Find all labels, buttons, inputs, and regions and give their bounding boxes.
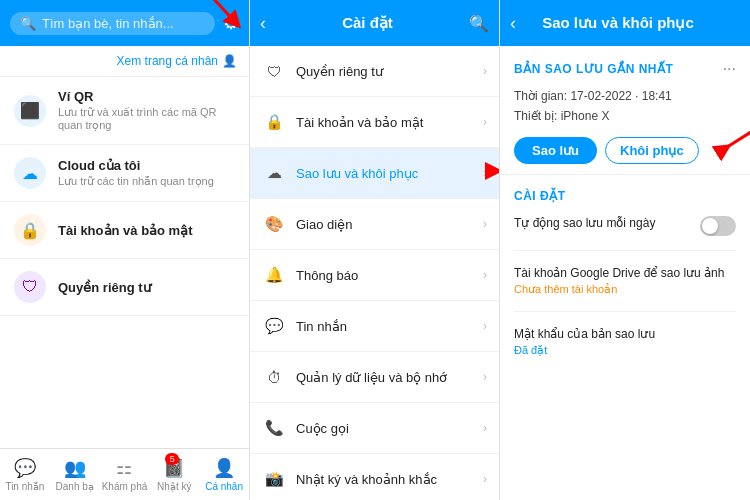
menu-subtitle-cloud: Lưu trữ các tin nhắn quan trọng <box>58 175 235 188</box>
settings-label-data: Quản lý dữ liệu và bộ nhớ <box>296 370 483 385</box>
settings-icon-interface: 🎨 <box>262 212 286 236</box>
right-header-title: Sao lưu và khôi phục <box>542 14 694 32</box>
menu-icon-account: 🔒 <box>14 214 46 246</box>
left-menu: ⬛ Ví QR Lưu trữ và xuất trình các mã QR … <box>0 77 249 316</box>
menu-text-cloud: Cloud của tôi Lưu trữ các tin nhắn quan … <box>58 158 235 188</box>
menu-text-qr: Ví QR Lưu trữ và xuất trình các mã QR qu… <box>58 89 235 132</box>
settings-item-interface[interactable]: 🎨 Giao diện › <box>250 199 499 250</box>
settings-icon-message: 💬 <box>262 314 286 338</box>
toggle-knob-auto_backup <box>702 218 718 234</box>
chevron-icon-notification: › <box>483 268 487 282</box>
nav-label-messages: Tin nhắn <box>5 481 44 492</box>
nav-icon-contacts: 👥 <box>64 457 86 479</box>
nav-icon-profile: 👤 <box>213 457 235 479</box>
settings-item-message[interactable]: 💬 Tin nhắn › <box>250 301 499 352</box>
nav-label-diary: Nhật ký <box>157 481 191 492</box>
settings-label-notification: Thông báo <box>296 268 483 283</box>
settings-icon-privacy: 🛡 <box>262 59 286 83</box>
settings-label-diary: Nhật ký và khoảnh khắc <box>296 472 483 487</box>
menu-icon-cloud: ☁ <box>14 157 46 189</box>
settings-item-diary[interactable]: 📸 Nhật ký và khoảnh khắc › <box>250 454 499 500</box>
settings-label-calls: Cuộc gọi <box>296 421 483 436</box>
left-menu-item-privacy[interactable]: 🛡 Quyền riêng tư <box>0 259 249 316</box>
settings-label-account: Tài khoản và bảo mật <box>296 115 483 130</box>
menu-icon-privacy: 🛡 <box>14 271 46 303</box>
back-icon[interactable]: ‹ <box>260 13 266 34</box>
chevron-icon-calls: › <box>483 421 487 435</box>
person-icon: 👤 <box>222 54 237 68</box>
settings-icon-notification: 🔔 <box>262 263 286 287</box>
nav-label-discover: Khám phá <box>102 481 148 492</box>
right-setting-password: Mật khẩu của bản sao lưu Đã đặt <box>514 326 736 372</box>
setting-label-auto_backup: Tự động sao lưu mỗi ngày <box>514 215 700 232</box>
settings-icon-account: 🔒 <box>262 110 286 134</box>
nav-item-discover[interactable]: ⚏ Khám phá <box>100 449 150 500</box>
right-back-icon[interactable]: ‹ <box>510 13 516 34</box>
dots-menu-icon[interactable]: ··· <box>723 60 736 78</box>
backup-device-label: Thiết bị: <box>514 109 557 123</box>
menu-icon-qr: ⬛ <box>14 95 46 127</box>
settings-item-calls[interactable]: 📞 Cuộc gọi › <box>250 403 499 454</box>
settings-icon-calls: 📞 <box>262 416 286 440</box>
settings-label-privacy: Quyền riêng tư <box>296 64 483 79</box>
settings-item-data[interactable]: ⏱ Quản lý dữ liệu và bộ nhớ › <box>250 352 499 403</box>
left-panel: 🔍 Tìm bạn bè, tin nhắn... ⚙ <box>0 0 250 500</box>
settings-icon-diary: 📸 <box>262 467 286 491</box>
right-setting-auto_backup: Tự động sao lưu mỗi ngày <box>514 215 736 251</box>
left-menu-item-qr[interactable]: ⬛ Ví QR Lưu trữ và xuất trình các mã QR … <box>0 77 249 145</box>
menu-subtitle-qr: Lưu trữ và xuất trình các mã QR quan trọ… <box>58 106 235 132</box>
right-settings-section: CÀI ĐẶT Tự động sao lưu mỗi ngày Tài kho… <box>500 175 750 400</box>
backup-button[interactable]: Sao lưu <box>514 137 597 164</box>
left-menu-item-account[interactable]: 🔒 Tài khoản và bảo mật <box>0 202 249 259</box>
bottom-nav: 💬 Tin nhắn 👥 Danh bạ ⚏ Khám phá 📓 Nhật k… <box>0 448 249 500</box>
settings-icon-data: ⏱ <box>262 365 286 389</box>
left-menu-item-cloud[interactable]: ☁ Cloud của tôi Lưu trữ các tin nhắn qua… <box>0 145 249 202</box>
middle-panel: ‹ Cài đặt 🔍 🛡 Quyền riêng tư › 🔒 Tài kho… <box>250 0 500 500</box>
nav-icon-messages: 💬 <box>14 457 36 479</box>
nav-item-profile[interactable]: 👤 Cá nhân <box>199 449 249 500</box>
nav-item-contacts[interactable]: 👥 Danh bạ <box>50 449 100 500</box>
nav-label-profile: Cá nhân <box>205 481 243 492</box>
profile-link[interactable]: Xem trang cá nhân 👤 <box>117 54 237 68</box>
setting-sub-google_drive: Chưa thêm tài khoản <box>514 282 728 297</box>
settings-item-notification[interactable]: 🔔 Thông báo › <box>250 250 499 301</box>
nav-item-diary[interactable]: 📓 Nhật ký 5 <box>149 449 199 500</box>
settings-label-interface: Giao diện <box>296 217 483 232</box>
search-icon: 🔍 <box>20 16 36 31</box>
setting-label-google_drive: Tài khoản Google Drive để sao lưu ảnh Ch… <box>514 265 736 297</box>
toggle-auto_backup[interactable] <box>700 216 736 236</box>
svg-line-2 <box>724 132 750 149</box>
profile-row[interactable]: Xem trang cá nhân 👤 <box>0 46 249 77</box>
settings-label-backup: Sao lưu và khôi phục <box>296 166 483 181</box>
right-header: ‹ Sao lưu và khôi phục <box>500 0 750 46</box>
backup-device-value: iPhone X <box>561 109 610 123</box>
search-placeholder: Tìm bạn bè, tin nhắn... <box>42 16 174 31</box>
nav-item-messages[interactable]: 💬 Tin nhắn <box>0 449 50 500</box>
backup-time-label: Thời gian: <box>514 89 567 103</box>
right-setting-google_drive: Tài khoản Google Drive để sao lưu ảnh Ch… <box>514 265 736 312</box>
header-search-icon[interactable]: 🔍 <box>469 14 489 33</box>
menu-title-cloud: Cloud của tôi <box>58 158 235 173</box>
settings-item-account[interactable]: 🔒 Tài khoản và bảo mật › <box>250 97 499 148</box>
badge-diary: 5 <box>165 453 179 465</box>
chevron-icon-message: › <box>483 319 487 333</box>
backup-section: BẢN SAO LƯU GẦN NHẤT ··· Thời gian: 17-0… <box>500 46 750 175</box>
left-top-bar: 🔍 Tìm bạn bè, tin nhắn... ⚙ <box>0 0 249 46</box>
settings-item-backup[interactable]: ☁ Sao lưu và khôi phục › <box>250 148 499 199</box>
backup-time-value: 17-02-2022 · 18:41 <box>570 89 671 103</box>
chevron-icon-diary: › <box>483 472 487 486</box>
settings-list: 🛡 Quyền riêng tư › 🔒 Tài khoản và bảo mậ… <box>250 46 499 500</box>
nav-label-contacts: Danh bạ <box>56 481 94 492</box>
settings-item-privacy[interactable]: 🛡 Quyền riêng tư › <box>250 46 499 97</box>
chevron-icon-backup: › <box>483 166 487 180</box>
restore-button[interactable]: Khôi phục <box>605 137 699 164</box>
search-box[interactable]: 🔍 Tìm bạn bè, tin nhắn... <box>10 12 215 35</box>
backup-section-title: BẢN SAO LƯU GẦN NHẤT <box>514 62 673 76</box>
middle-header-title: Cài đặt <box>342 14 393 32</box>
menu-title-account: Tài khoản và bảo mật <box>58 223 235 238</box>
backup-buttons: Sao lưu Khôi phục <box>514 137 736 164</box>
chevron-icon-account: › <box>483 115 487 129</box>
right-settings-title: CÀI ĐẶT <box>514 189 736 203</box>
gear-icon[interactable]: ⚙ <box>223 12 239 34</box>
nav-icon-discover: ⚏ <box>116 457 132 479</box>
